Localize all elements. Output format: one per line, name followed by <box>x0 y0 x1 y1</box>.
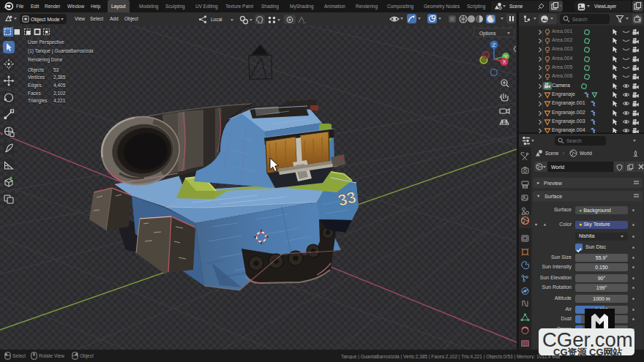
svg-text:X: X <box>503 59 506 64</box>
svg-text:Z: Z <box>493 42 496 48</box>
